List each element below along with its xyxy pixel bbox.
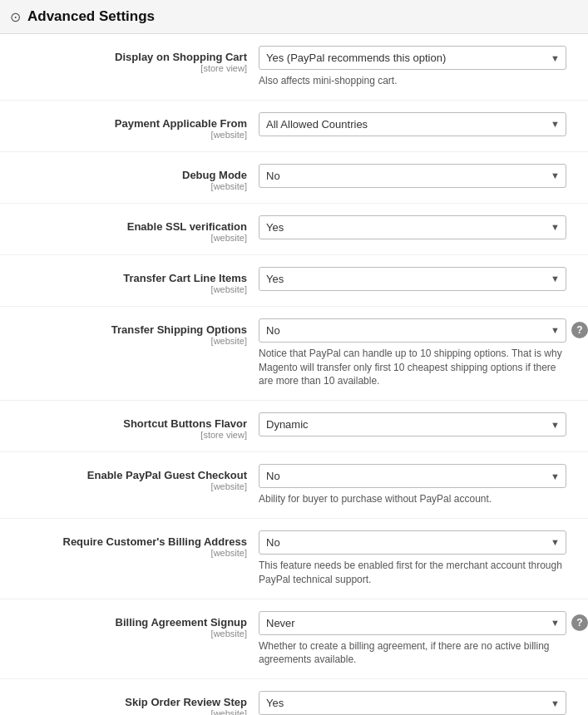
label-text-display-on-shopping-cart: Display on Shopping Cart: [13, 51, 247, 63]
help-icon-transfer-shipping-options[interactable]: ?: [571, 322, 588, 338]
field-col-enable-paypal-guest-checkout: NoYes▼Ability for buyer to purchase with…: [259, 464, 575, 506]
select-require-customers-billing-address[interactable]: NoYesFor Virtual Quotes Only: [259, 530, 566, 555]
select-enable-paypal-guest-checkout[interactable]: NoYes: [259, 464, 566, 488]
scope-text-transfer-shipping-options: [website]: [13, 336, 247, 346]
advanced-settings-section: ⊙ Advanced Settings Display on Shopping …: [0, 0, 588, 715]
select-transfer-cart-line-items[interactable]: YesNo: [259, 267, 566, 291]
select-transfer-shipping-options[interactable]: NoYes: [259, 318, 566, 343]
label-text-skip-order-review-step: Skip Order Review Step: [13, 696, 247, 708]
select-payment-applicable-from[interactable]: All Allowed CountriesSpecific Countries: [259, 112, 566, 136]
field-col-payment-applicable-from: All Allowed CountriesSpecific Countries▼: [259, 112, 575, 136]
scope-text-display-on-shopping-cart: [store view]: [13, 63, 247, 73]
select-display-on-shopping-cart[interactable]: Yes (PayPal recommends this option)No: [259, 46, 566, 70]
form-row-enable-paypal-guest-checkout: Enable PayPal Guest Checkout[website]NoY…: [0, 452, 588, 519]
help-text-display-on-shopping-cart: Also affects mini-shopping cart.: [259, 74, 566, 88]
help-icon-billing-agreement-signup[interactable]: ?: [571, 614, 588, 631]
form-row-transfer-cart-line-items: Transfer Cart Line Items[website]YesNo▼: [0, 255, 588, 307]
select-wrapper-shortcut-buttons-flavor: DynamicStatic▼: [259, 412, 566, 436]
scope-text-enable-ssl-verification: [website]: [13, 233, 247, 243]
field-col-enable-ssl-verification: YesNo▼: [259, 215, 575, 239]
label-text-enable-paypal-guest-checkout: Enable PayPal Guest Checkout: [13, 469, 247, 481]
field-col-shortcut-buttons-flavor: DynamicStatic▼: [259, 412, 575, 436]
help-text-billing-agreement-signup: Whether to create a billing agreement, i…: [259, 639, 566, 668]
label-col-transfer-cart-line-items: Transfer Cart Line Items[website]: [13, 267, 259, 294]
field-row-billing-agreement-signup: NeverAutoAsk Customer▼?: [259, 611, 588, 635]
section-header[interactable]: ⊙ Advanced Settings: [0, 0, 588, 34]
label-col-debug-mode: Debug Mode[website]: [13, 164, 259, 191]
field-row-transfer-shipping-options: NoYes▼?: [259, 318, 588, 343]
select-skip-order-review-step[interactable]: YesNo: [259, 691, 566, 715]
form-row-payment-applicable-from: Payment Applicable From[website]All Allo…: [0, 101, 588, 152]
scope-text-payment-applicable-from: [website]: [13, 130, 247, 140]
form-row-display-on-shopping-cart: Display on Shopping Cart[store view]Yes …: [0, 34, 588, 101]
select-wrapper-enable-paypal-guest-checkout: NoYes▼: [259, 464, 566, 488]
field-col-billing-agreement-signup: NeverAutoAsk Customer▼?Whether to create…: [259, 611, 588, 668]
scope-text-skip-order-review-step: [website]: [13, 708, 247, 715]
field-row-transfer-cart-line-items: YesNo▼: [259, 267, 575, 291]
select-wrapper-transfer-shipping-options: NoYes▼: [259, 318, 566, 343]
label-text-debug-mode: Debug Mode: [13, 169, 247, 181]
label-col-skip-order-review-step: Skip Order Review Step[website]: [13, 691, 259, 715]
label-text-payment-applicable-from: Payment Applicable From: [13, 117, 247, 130]
field-row-debug-mode: NoYes▼: [259, 164, 575, 188]
select-wrapper-payment-applicable-from: All Allowed CountriesSpecific Countries▼: [259, 112, 566, 136]
select-wrapper-skip-order-review-step: YesNo▼: [259, 691, 566, 715]
label-col-transfer-shipping-options: Transfer Shipping Options[website]: [13, 318, 259, 346]
select-shortcut-buttons-flavor[interactable]: DynamicStatic: [259, 412, 566, 436]
scope-text-require-customers-billing-address: [website]: [13, 548, 247, 558]
label-text-transfer-cart-line-items: Transfer Cart Line Items: [13, 272, 247, 284]
field-col-display-on-shopping-cart: Yes (PayPal recommends this option)No▼Al…: [259, 46, 575, 88]
label-text-transfer-shipping-options: Transfer Shipping Options: [13, 323, 247, 336]
label-col-display-on-shopping-cart: Display on Shopping Cart[store view]: [13, 46, 259, 73]
select-wrapper-debug-mode: NoYes▼: [259, 164, 566, 188]
help-text-transfer-shipping-options: Notice that PayPal can handle up to 10 s…: [259, 347, 566, 388]
form-row-shortcut-buttons-flavor: Shortcut Buttons Flavor[store view]Dynam…: [0, 401, 588, 452]
field-row-shortcut-buttons-flavor: DynamicStatic▼: [259, 412, 575, 436]
field-row-enable-paypal-guest-checkout: NoYes▼: [259, 464, 575, 488]
select-wrapper-transfer-cart-line-items: YesNo▼: [259, 267, 566, 291]
section-title: Advanced Settings: [27, 8, 155, 25]
select-wrapper-enable-ssl-verification: YesNo▼: [259, 215, 566, 239]
form-row-enable-ssl-verification: Enable SSL verification[website]YesNo▼: [0, 204, 588, 255]
label-col-enable-paypal-guest-checkout: Enable PayPal Guest Checkout[website]: [13, 464, 259, 491]
field-row-require-customers-billing-address: NoYesFor Virtual Quotes Only▼: [259, 530, 575, 555]
field-col-require-customers-billing-address: NoYesFor Virtual Quotes Only▼This featur…: [259, 530, 575, 587]
label-col-enable-ssl-verification: Enable SSL verification[website]: [13, 215, 259, 243]
form-row-billing-agreement-signup: Billing Agreement Signup[website]NeverAu…: [0, 599, 588, 680]
select-wrapper-display-on-shopping-cart: Yes (PayPal recommends this option)No▼: [259, 46, 566, 70]
select-wrapper-require-customers-billing-address: NoYesFor Virtual Quotes Only▼: [259, 530, 566, 555]
form-row-require-customers-billing-address: Require Customer's Billing Address[websi…: [0, 519, 588, 599]
label-col-require-customers-billing-address: Require Customer's Billing Address[websi…: [13, 530, 259, 558]
field-row-skip-order-review-step: YesNo▼: [259, 691, 575, 715]
select-enable-ssl-verification[interactable]: YesNo: [259, 215, 566, 239]
section-content: Display on Shopping Cart[store view]Yes …: [0, 34, 588, 715]
label-text-billing-agreement-signup: Billing Agreement Signup: [13, 616, 247, 629]
scope-text-debug-mode: [website]: [13, 181, 247, 191]
select-wrapper-billing-agreement-signup: NeverAutoAsk Customer▼: [259, 611, 566, 635]
form-row-skip-order-review-step: Skip Order Review Step[website]YesNo▼: [0, 679, 588, 715]
scope-text-transfer-cart-line-items: [website]: [13, 284, 247, 294]
label-text-require-customers-billing-address: Require Customer's Billing Address: [13, 535, 247, 548]
field-row-display-on-shopping-cart: Yes (PayPal recommends this option)No▼: [259, 46, 575, 70]
label-col-billing-agreement-signup: Billing Agreement Signup[website]: [13, 611, 259, 639]
scope-text-billing-agreement-signup: [website]: [13, 629, 247, 639]
select-debug-mode[interactable]: NoYes: [259, 164, 566, 188]
scope-text-enable-paypal-guest-checkout: [website]: [13, 481, 247, 491]
field-col-transfer-cart-line-items: YesNo▼: [259, 267, 575, 291]
label-col-shortcut-buttons-flavor: Shortcut Buttons Flavor[store view]: [13, 412, 259, 440]
collapse-icon: ⊙: [10, 9, 21, 25]
scope-text-shortcut-buttons-flavor: [store view]: [13, 430, 247, 440]
field-col-debug-mode: NoYes▼: [259, 164, 575, 188]
form-row-transfer-shipping-options: Transfer Shipping Options[website]NoYes▼…: [0, 307, 588, 401]
field-row-enable-ssl-verification: YesNo▼: [259, 215, 575, 239]
field-col-skip-order-review-step: YesNo▼: [259, 691, 575, 715]
label-col-payment-applicable-from: Payment Applicable From[website]: [13, 112, 259, 140]
field-col-transfer-shipping-options: NoYes▼?Notice that PayPal can handle up …: [259, 318, 588, 388]
label-text-shortcut-buttons-flavor: Shortcut Buttons Flavor: [13, 417, 247, 430]
form-row-debug-mode: Debug Mode[website]NoYes▼: [0, 152, 588, 204]
help-text-require-customers-billing-address: This feature needs be enabled first for …: [259, 559, 566, 587]
field-row-payment-applicable-from: All Allowed CountriesSpecific Countries▼: [259, 112, 575, 136]
help-text-enable-paypal-guest-checkout: Ability for buyer to purchase without Pa…: [259, 492, 566, 506]
select-billing-agreement-signup[interactable]: NeverAutoAsk Customer: [259, 611, 566, 635]
label-text-enable-ssl-verification: Enable SSL verification: [13, 220, 247, 233]
